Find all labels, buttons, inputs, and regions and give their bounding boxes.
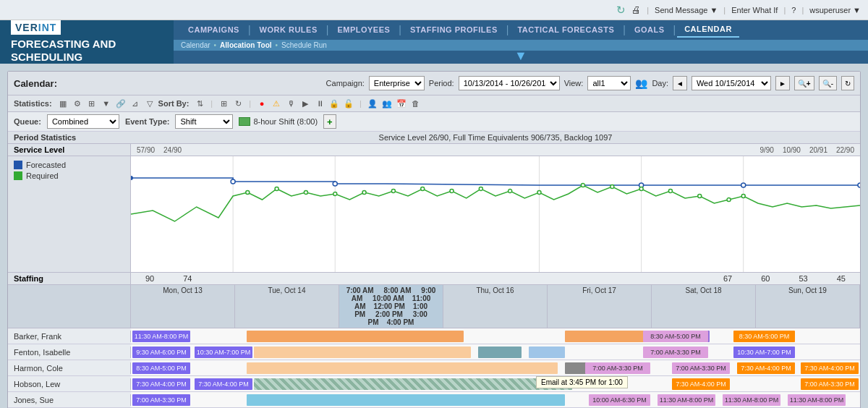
- multiselect-icon[interactable]: ⊞: [218, 98, 229, 109]
- lock-icon[interactable]: 🔒: [328, 98, 340, 109]
- grid-icon[interactable]: ▦: [57, 98, 69, 109]
- statistics-label: Statistics:: [14, 99, 52, 108]
- print-button[interactable]: 🖨: [631, 4, 641, 15]
- unlock-icon[interactable]: 🔓: [343, 98, 354, 109]
- legend-box-green: [14, 171, 22, 180]
- play-icon[interactable]: ▶: [299, 98, 311, 109]
- nav-item-calendar[interactable]: CALENDAR: [677, 22, 739, 38]
- period-stats-row: Period Statistics Service Level 26/90, F…: [8, 132, 860, 144]
- campaign-select[interactable]: Enterprise: [369, 76, 425, 90]
- emp-schedule-hobson[interactable]: 7:30 AM-4:00 PM 7:30 AM-4:00 PM Email at…: [131, 376, 860, 391]
- emp-schedule-fenton[interactable]: 9:30 AM-6:00 PM 10:30 AM-7:00 PM 7:00 AM…: [131, 344, 860, 360]
- pause-icon[interactable]: ⏸: [314, 98, 326, 109]
- legend-forecasted-label: Forecasted: [26, 161, 66, 169]
- nav-item-work-rules[interactable]: WORK RULES: [252, 22, 325, 37]
- shift-block[interactable]: 7:30 AM-4:00 PM: [132, 378, 190, 390]
- queue-label: Queue:: [14, 117, 41, 126]
- nav-item-tactical-forecasts[interactable]: TACTICAL FORECASTS: [510, 22, 621, 37]
- day-select[interactable]: Wed 10/15/2014: [692, 76, 771, 90]
- shift-block[interactable]: 7:30 AM-4:00 PM: [195, 378, 252, 390]
- mic-icon[interactable]: 🎙: [285, 98, 297, 109]
- chart-legend: Forecasted Required: [8, 156, 131, 272]
- tooltip-email: Email at 3:45 PM for 1:00: [536, 376, 628, 388]
- filter-icon[interactable]: ▼: [101, 98, 112, 109]
- refresh-button[interactable]: ↻: [616, 4, 626, 17]
- event-type-select[interactable]: Shift: [175, 114, 233, 129]
- agent-icon[interactable]: 👤: [367, 98, 378, 109]
- shift-block[interactable]: 7:00 AM-3:30 PM: [801, 378, 859, 390]
- shift-block[interactable]: 10:00 AM-6:30 PM: [589, 394, 650, 406]
- emp-schedule-harmon[interactable]: 8:30 AM-5:00 PM 7:00 AM-3:30 PM 7:00 AM-…: [131, 360, 860, 375]
- funnel2-icon[interactable]: ▽: [144, 98, 156, 109]
- user-menu-button[interactable]: wsuperuser ▼: [809, 6, 861, 14]
- shift-block[interactable]: [478, 347, 522, 358]
- shift-block[interactable]: 7:00 AM-3:30 PM: [132, 394, 190, 406]
- day-next-button[interactable]: ►: [775, 76, 790, 90]
- funnel-icon[interactable]: ⊿: [129, 98, 141, 109]
- settings-icon[interactable]: ⚙: [72, 98, 83, 109]
- svg-point-13: [275, 187, 278, 191]
- help-button[interactable]: ?: [791, 6, 796, 14]
- sortby-label: Sort By:: [158, 99, 190, 108]
- shift-block[interactable]: [529, 347, 565, 358]
- queue-select[interactable]: Combined: [47, 114, 119, 129]
- add-shift-button[interactable]: +: [323, 114, 336, 129]
- period-select[interactable]: 10/13/2014 - 10/26/2014: [459, 76, 560, 90]
- shift-block[interactable]: 8:30 AM-5:00 PM: [733, 331, 795, 342]
- svg-point-21: [509, 190, 512, 193]
- nav-item-campaigns[interactable]: CAMPAIGNS: [181, 22, 247, 37]
- emp-schedule-jones[interactable]: 7:00 AM-3:30 PM 10:00 AM-6:30 PM 11:30 A…: [131, 392, 860, 407]
- enter-what-if-button[interactable]: Enter What If: [731, 6, 778, 14]
- link-icon[interactable]: 🔗: [115, 98, 127, 109]
- svg-point-19: [450, 190, 454, 193]
- shift-block[interactable]: 8:30 AM-5:00 PM: [643, 331, 708, 342]
- nav-item-goals[interactable]: GOALS: [627, 22, 672, 37]
- shift-block[interactable]: 11:30 AM-8:00 PM: [723, 394, 780, 406]
- shift-block[interactable]: [247, 362, 558, 374]
- sort-icon[interactable]: ⇅: [194, 98, 205, 109]
- svg-point-8: [333, 182, 337, 186]
- date-cell-1: Mon, Oct 13: [131, 285, 235, 328]
- staffing-val-3: 67: [709, 273, 746, 284]
- cal-refresh-button[interactable]: ↻: [841, 76, 854, 90]
- shift-block[interactable]: 7:00 AM-3:30 PM: [585, 362, 650, 374]
- send-message-button[interactable]: Send Message ▼: [655, 6, 718, 14]
- shift-block[interactable]: [254, 378, 572, 390]
- shift-block[interactable]: 11:30 AM-8:00 PM: [788, 394, 846, 406]
- layers-icon[interactable]: ⊞: [86, 98, 98, 109]
- shift-block[interactable]: 10:30 AM-7:00 PM: [733, 347, 795, 358]
- app-title-line2: SCHEDULING: [11, 51, 163, 64]
- shift-block[interactable]: 7:30 AM-4:00 PM: [801, 362, 859, 374]
- main-content: Calendar: Campaign: Enterprise Period: 1…: [0, 64, 868, 408]
- expand-arrow[interactable]: ▼: [174, 48, 868, 64]
- day-prev-button[interactable]: ◄: [673, 76, 687, 90]
- shift-block[interactable]: 9:30 AM-6:00 PM: [132, 347, 190, 358]
- shift-block[interactable]: 11:30 AM-8:00 PM: [132, 331, 190, 342]
- nav-item-employees[interactable]: EMPLOYEES: [330, 22, 397, 37]
- view-select[interactable]: all1: [587, 76, 631, 90]
- delete-icon[interactable]: 🗑: [410, 98, 422, 109]
- shift-block[interactable]: [247, 394, 565, 406]
- zoom-out-button[interactable]: 🔍-: [819, 76, 837, 90]
- shift-block[interactable]: 10:30 AM-7:00 PM: [195, 347, 252, 358]
- emp-schedule-barker[interactable]: 11:30 AM-8:00 PM 8:30 AM-5:00 PM 8:30 AM…: [131, 328, 860, 344]
- shift-block[interactable]: 7:30 AM-4:00 PM: [737, 362, 795, 374]
- header: VERINT FORECASTING AND SCHEDULING CAMPAI…: [0, 20, 868, 64]
- event-type-label: Event Type:: [125, 117, 170, 126]
- shift-block[interactable]: 11:30 AM-8:00 PM: [658, 394, 715, 406]
- shift-block[interactable]: 7:00 AM-3:30 PM: [643, 347, 708, 358]
- shift-block[interactable]: [247, 331, 464, 342]
- calendar-icon[interactable]: 📅: [396, 98, 407, 109]
- refresh2-icon[interactable]: ↻: [232, 98, 244, 109]
- staffing-val-1: 90: [131, 273, 169, 284]
- sl-value-4: 10/90: [778, 145, 805, 155]
- shift-block[interactable]: 8:30 AM-5:00 PM: [132, 362, 190, 374]
- zoom-in-button[interactable]: 🔍+: [794, 76, 814, 90]
- agents-icon[interactable]: 👥: [381, 98, 393, 109]
- period-label: Period:: [429, 79, 454, 88]
- shift-block[interactable]: 7:00 AM-3:30 PM: [672, 362, 730, 374]
- shift-block[interactable]: [254, 347, 471, 358]
- shift-block[interactable]: 7:30 AM-4:00 PM: [672, 378, 730, 390]
- nav-item-staffing-profiles[interactable]: STAFFING PROFILES: [403, 22, 505, 37]
- shift-block[interactable]: [565, 331, 652, 342]
